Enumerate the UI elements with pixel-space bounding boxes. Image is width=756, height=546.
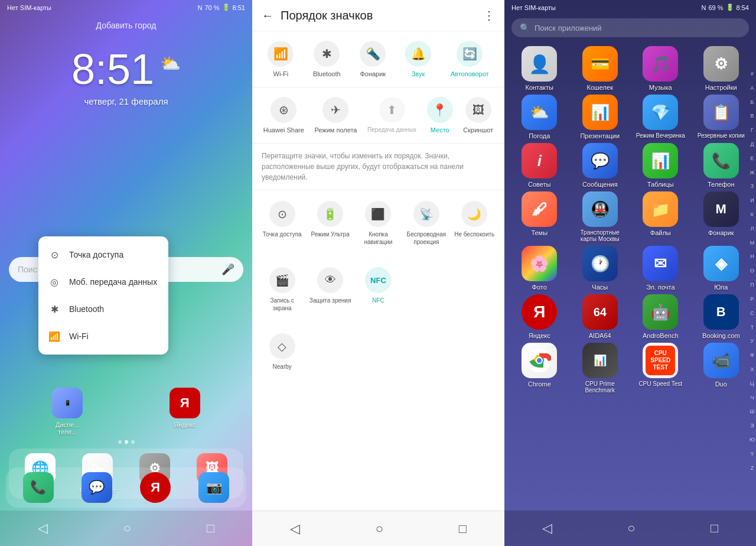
app-tips[interactable]: i Советы <box>511 143 568 188</box>
app-settings-right[interactable]: ⚙ Настройки <box>693 46 749 91</box>
back-button-middle[interactable]: ← <box>262 9 273 22</box>
alpha-zh[interactable]: Ж <box>750 170 754 176</box>
back-nav-middle[interactable]: ◁ <box>290 521 300 537</box>
recent-nav-left[interactable]: □ <box>207 521 214 536</box>
app-contacts[interactable]: 👤 Контакты <box>511 46 568 91</box>
toggle-screen-record[interactable]: 🎬 Запись с экрана <box>260 267 304 312</box>
alpha-d[interactable]: Д <box>750 141 754 147</box>
home-nav-left[interactable]: ○ <box>123 521 131 536</box>
toggle-data-transfer[interactable]: ⬆ Передача данных <box>367 97 416 134</box>
toggle-ultra[interactable]: 🔋 Режим Ультра <box>308 201 353 246</box>
more-button-middle[interactable]: ⋮ <box>483 8 495 22</box>
search-bar-right[interactable]: 🔍 Поиск приложений <box>511 18 749 37</box>
toggle-hotspot2[interactable]: ⊙ Точка доступа <box>260 201 304 246</box>
alpha-u[interactable]: У <box>751 338 754 344</box>
alpha-hash[interactable]: # <box>751 71 754 77</box>
alpha-z2[interactable]: Z <box>751 465 754 471</box>
mic-icon[interactable]: 🎤 <box>221 263 234 276</box>
alpha-l[interactable]: Л <box>751 226 754 232</box>
context-menu-item-mobile-data[interactable]: ◎ Моб. передача данных <box>38 268 168 295</box>
app-backup[interactable]: 📋 Резервные копии <box>693 95 749 139</box>
context-menu-item-hotspot[interactable]: ⊙ Точка доступа <box>38 241 168 268</box>
app-wallet[interactable]: 💳 Кошелек <box>572 46 628 91</box>
app-yandex-left[interactable]: Я Яндекс <box>164 388 206 436</box>
toggle-location[interactable]: 📍 Место <box>427 97 453 134</box>
app-disp[interactable]: 📱 Диспе... теле... <box>47 388 88 436</box>
app-cpu-speed[interactable]: CPUSPEEDTEST CPU Speed Test <box>633 343 689 394</box>
app-present[interactable]: 📊 Презентации <box>572 95 628 139</box>
alpha-z[interactable]: З <box>751 183 754 189</box>
toggle-autorotate[interactable]: 🔄 Автоповорот <box>451 41 489 77</box>
toggle-huawei-share[interactable]: ⊛ Huawei Share <box>263 97 304 134</box>
app-sheets[interactable]: 📊 Таблицы <box>633 143 689 188</box>
home-nav-right[interactable]: ○ <box>627 521 635 536</box>
app-messages[interactable]: 💬 Сообщения <box>572 143 628 188</box>
app-weather[interactable]: ⛅ Погода <box>511 95 568 139</box>
app-chrome[interactable]: Chrome <box>511 343 568 394</box>
home-nav-middle[interactable]: ○ <box>376 521 383 537</box>
toggle-dnd[interactable]: 🌙 Не беспокоить <box>452 201 497 246</box>
app-email[interactable]: ✉ Эл. почта <box>633 246 689 291</box>
toggle-screenshot[interactable]: 🖼 Скриншот <box>463 97 493 134</box>
app-yandex-right[interactable]: Я Яндекс <box>511 294 568 339</box>
alpha-yu[interactable]: Ю <box>750 437 755 443</box>
alpha-f[interactable]: Ф <box>750 352 754 358</box>
add-city-label[interactable]: Добавить город <box>96 21 157 30</box>
alpha-a[interactable]: А <box>750 85 754 91</box>
alpha-ts[interactable]: Ц <box>750 381 754 386</box>
app-camera-left[interactable]: 📷 <box>193 472 234 503</box>
back-nav-left[interactable]: ◁ <box>38 521 48 536</box>
alpha-o[interactable]: О <box>750 268 754 274</box>
alpha-t[interactable]: Т <box>751 324 754 330</box>
alpha-r[interactable]: Р <box>750 296 754 302</box>
app-booking[interactable]: B Booking.com <box>693 294 749 339</box>
app-themes[interactable]: 🖌 Темы <box>511 191 568 242</box>
app-party[interactable]: 💎 Режим Вечеринка <box>633 95 689 139</box>
toggle-sound[interactable]: 🔔 Звук <box>405 41 431 77</box>
alpha-i[interactable]: И <box>750 197 754 203</box>
context-menu-item-bluetooth[interactable]: ✱ Bluetooth <box>38 295 168 323</box>
app-music[interactable]: 🎵 Музыка <box>633 46 689 91</box>
alpha-ch[interactable]: Ч <box>750 395 754 401</box>
alpha-b[interactable]: Б <box>751 99 754 105</box>
app-yandex2-left[interactable]: Я <box>135 472 176 503</box>
app-flashlight-right[interactable]: M Фонарик <box>693 191 749 242</box>
toggle-eye-comfort[interactable]: 👁 Защита зрения <box>308 267 353 312</box>
app-duo[interactable]: 📹 Duo <box>693 343 749 394</box>
toggle-flashlight[interactable]: 🔦 Фонарик <box>360 41 386 77</box>
app-aida64[interactable]: 64 AIDA64 <box>572 294 628 339</box>
alpha-e[interactable]: Е <box>750 155 754 161</box>
alpha-k[interactable]: К <box>751 212 754 217</box>
alpha-e2[interactable]: Э <box>750 422 754 428</box>
app-files[interactable]: 📁 Файлы <box>633 191 689 242</box>
toggle-nfc[interactable]: NFC NFC <box>356 267 400 312</box>
app-yula[interactable]: ◈ Юла <box>693 246 749 291</box>
app-phone-left[interactable]: 📞 <box>18 472 59 503</box>
toggle-bluetooth[interactable]: ✱ Bluetooth <box>313 41 340 77</box>
toggle-airplane[interactable]: ✈ Режим полета <box>314 97 357 134</box>
alpha-g[interactable]: Г <box>751 127 754 133</box>
app-cpu-prime[interactable]: 📊 CPU Prime Benchmark <box>572 343 628 394</box>
alpha-v[interactable]: В <box>750 113 754 119</box>
app-phone-right[interactable]: 📞 Телефон <box>693 143 749 188</box>
alpha-y[interactable]: Y <box>750 451 754 457</box>
toggle-wireless-proj[interactable]: 📡 Беспроводная проекция <box>404 201 448 246</box>
toggle-wifi[interactable]: 📶 Wi-Fi <box>268 41 294 77</box>
app-photos[interactable]: 🌸 Фото <box>511 246 568 291</box>
alpha-m[interactable]: М <box>750 240 755 246</box>
context-menu-item-wifi[interactable]: 📶 Wi-Fi <box>38 323 168 350</box>
alpha-h[interactable]: Х <box>750 366 754 372</box>
alpha-s[interactable]: С <box>750 310 754 316</box>
alpha-n[interactable]: Н <box>750 254 754 259</box>
toggle-nearby[interactable]: ◇ Nearby <box>260 333 304 370</box>
back-nav-right[interactable]: ◁ <box>542 521 552 536</box>
app-sms-left[interactable]: 💬 <box>76 472 118 503</box>
recent-nav-right[interactable]: □ <box>711 521 718 536</box>
recent-nav-middle[interactable]: □ <box>459 521 467 537</box>
alpha-p[interactable]: П <box>750 282 754 288</box>
app-clock[interactable]: 🕐 Часы <box>572 246 628 291</box>
app-transport[interactable]: 🚇 Транспортные карты Москвы <box>572 191 628 242</box>
toggle-nav-btn[interactable]: ⬛ Кнопка навигации <box>356 201 400 246</box>
app-androbench[interactable]: 🤖 AndroBench <box>633 294 689 339</box>
alpha-sh[interactable]: Ш <box>750 408 754 414</box>
